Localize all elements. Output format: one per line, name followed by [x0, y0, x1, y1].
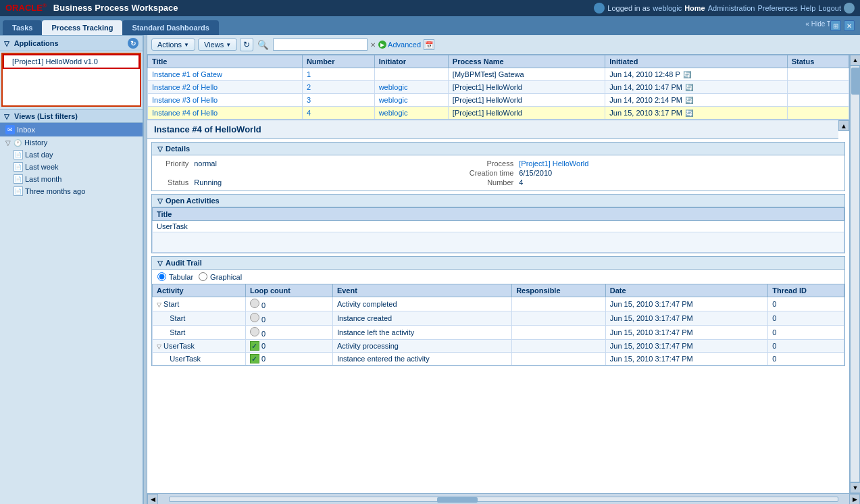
right-scrollbar[interactable]: ▲ ▼: [849, 55, 860, 493]
graphical-label: Graphical: [210, 273, 242, 281]
audit-trail-header[interactable]: ▽ Audit Trail: [152, 257, 844, 270]
row-refresh-icon[interactable]: 🔄: [684, 82, 694, 92]
audit-col-loop[interactable]: Loop count: [245, 284, 332, 297]
col-process-name[interactable]: Process Name: [448, 55, 605, 68]
applications-section-header[interactable]: ▽ Applications ↻: [0, 35, 143, 51]
audit-cell-event: Activity completed: [332, 297, 511, 311]
preferences-link[interactable]: Preferences: [757, 4, 797, 12]
col-status[interactable]: Status: [787, 55, 849, 68]
audit-cell-activity: UserTask: [153, 353, 246, 366]
sidebar-item-inbox[interactable]: ✉ Inbox: [0, 123, 143, 136]
table-row[interactable]: Instance #1 of Gatew 1 [MyBPMTest] Gatew…: [148, 68, 849, 81]
scroll-thumb[interactable]: [851, 68, 860, 95]
table-row[interactable]: Instance #2 of Hello 2 weblogic [Project…: [148, 81, 849, 94]
audit-cell-responsible: [512, 326, 606, 340]
col-number[interactable]: Number: [302, 55, 374, 68]
group-triangle[interactable]: ▽: [157, 343, 161, 350]
audit-cell-loop: 0: [245, 311, 332, 326]
tab-standard-dashboards[interactable]: Standard Dashboards: [122, 20, 218, 35]
details-subsection-header[interactable]: ▽ Details: [152, 143, 844, 155]
group-triangle[interactable]: ▽: [157, 301, 161, 308]
tabular-radio-label[interactable]: Tabular: [157, 272, 193, 281]
applications-toggle[interactable]: ▽: [4, 40, 9, 47]
row-refresh-icon[interactable]: 🔄: [682, 70, 692, 79]
clear-icon[interactable]: ✕: [370, 41, 376, 49]
logout-link[interactable]: Logout: [818, 4, 841, 12]
row-refresh-icon[interactable]: 🔄: [684, 95, 694, 105]
audit-cell-event: Instance left the activity: [332, 326, 511, 340]
bottom-scrollbar[interactable]: ◀ ▶: [147, 493, 860, 504]
col-initiated[interactable]: Initiated: [605, 55, 787, 68]
tab-maximize-button[interactable]: ⊞: [830, 20, 841, 31]
cell-process: [Project1] HelloWorld: [448, 94, 605, 107]
views-label: Views (List filters): [14, 112, 78, 120]
header: ORACLE® Business Process Workspace Logge…: [0, 0, 860, 16]
open-activities-header[interactable]: ▽ Open Activities: [152, 195, 844, 207]
tab-process-tracking[interactable]: Process Tracking: [42, 20, 122, 35]
activities-title-header[interactable]: Title: [153, 208, 844, 221]
row-refresh-icon[interactable]: 🔄: [684, 108, 694, 118]
views-toggle[interactable]: ▽: [4, 113, 9, 120]
views-button[interactable]: Views ▼: [198, 39, 237, 51]
audit-col-activity[interactable]: Activity: [153, 284, 246, 297]
audit-cell-thread: 0: [768, 297, 844, 311]
detail-scroll-up[interactable]: ▲: [838, 120, 849, 131]
activities-usertask: UserTask: [153, 221, 844, 232]
refresh-button[interactable]: ↻: [240, 38, 253, 51]
sidebar-item-last-month[interactable]: 📄 Last month: [0, 173, 143, 185]
audit-trail-toggle[interactable]: ▽: [157, 259, 163, 267]
audit-col-thread[interactable]: Thread ID: [768, 284, 844, 297]
help-link[interactable]: Help: [801, 4, 816, 12]
green-square-icon: ✓: [250, 341, 259, 351]
scroll-up-button[interactable]: ▲: [850, 55, 860, 66]
search-icon: 🔍: [257, 40, 269, 50]
audit-col-responsible[interactable]: Responsible: [512, 284, 606, 297]
advanced-button[interactable]: ▶ Advanced: [378, 41, 421, 49]
sidebar-item-history[interactable]: ▽ 🕐 History: [0, 136, 143, 149]
search-button[interactable]: 🔍: [256, 40, 270, 50]
details-toggle[interactable]: ▽: [157, 145, 163, 153]
sidebar-item-last-week[interactable]: 📄 Last week: [0, 161, 143, 173]
process-value[interactable]: [Project1] HelloWorld: [519, 159, 588, 168]
table-row[interactable]: Instance #4 of Hello 4 weblogic [Project…: [148, 107, 849, 120]
graphical-radio[interactable]: [199, 272, 207, 281]
audit-col-event[interactable]: Event: [332, 284, 511, 297]
circle-icon: [250, 327, 259, 336]
col-title[interactable]: Title: [148, 55, 303, 68]
tab-close-button[interactable]: ✕: [844, 20, 855, 31]
actions-label: Actions: [157, 41, 182, 49]
history-expand-icon[interactable]: ▽: [5, 139, 11, 147]
cell-status: [787, 107, 849, 120]
audit-cell-loop: 0: [245, 297, 332, 311]
cell-initiated: Jun 14, 2010 2:14 PM 🔄: [605, 94, 787, 107]
cell-initiated: Jun 14, 2010 12:48 P 🔄: [605, 68, 787, 81]
scroll-right-button[interactable]: ▶: [849, 494, 860, 505]
applications-refresh-icon[interactable]: ↻: [128, 38, 138, 49]
actions-button[interactable]: Actions ▼: [151, 39, 195, 51]
cell-title: Instance #4 of Hello: [148, 107, 303, 120]
col-initiator[interactable]: Initiator: [374, 55, 448, 68]
process-label: Process: [470, 159, 513, 168]
search-input[interactable]: [273, 39, 368, 51]
tabular-radio[interactable]: [157, 272, 166, 281]
scroll-bar[interactable]: [169, 497, 838, 502]
graphical-radio-label[interactable]: Graphical: [199, 272, 242, 281]
scroll-left-button[interactable]: ◀: [147, 494, 158, 505]
audit-col-date[interactable]: Date: [605, 284, 767, 297]
scroll-thumb-h[interactable]: [437, 497, 478, 503]
calendar-icon[interactable]: 📅: [424, 39, 434, 50]
views-section-header[interactable]: ▽ Views (List filters): [0, 109, 143, 123]
sidebar-item-three-months[interactable]: 📄 Three months ago: [0, 185, 143, 197]
app-item-helloworld[interactable]: [Project1] HelloWorld v1.0: [3, 54, 140, 69]
sidebar-item-last-day[interactable]: 📄 Last day: [0, 149, 143, 161]
open-activities-toggle[interactable]: ▽: [157, 197, 163, 205]
views-dropdown-arrow: ▼: [226, 42, 231, 48]
administration-link[interactable]: Administration: [708, 4, 755, 12]
scroll-down-button[interactable]: ▼: [850, 482, 860, 493]
scroll-track[interactable]: [850, 66, 860, 482]
open-activities-subsection: ▽ Open Activities Title User: [151, 194, 845, 253]
tab-tasks[interactable]: Tasks: [3, 20, 42, 35]
home-link[interactable]: Home: [684, 4, 705, 12]
table-row[interactable]: Instance #3 of Hello 3 weblogic [Project…: [148, 94, 849, 107]
username-link[interactable]: weblogic: [653, 4, 682, 12]
